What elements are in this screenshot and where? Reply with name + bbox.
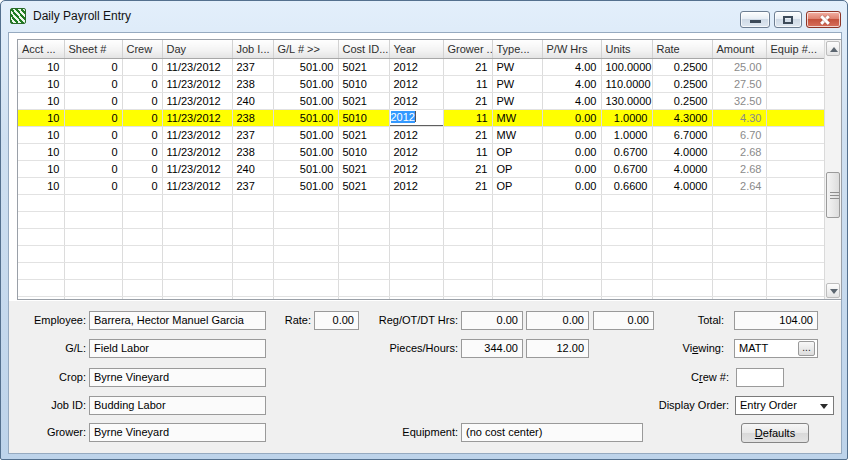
grid-cell[interactable]: 4.0000	[652, 177, 712, 194]
grid-cell[interactable]: 237	[232, 58, 273, 75]
grid-cell[interactable]: MW	[492, 109, 542, 126]
grid-cell[interactable]: 0	[122, 58, 162, 75]
grid-cell[interactable]: 240	[232, 160, 273, 177]
grower-field[interactable]: Byrne Vineyard	[89, 423, 266, 442]
grid-cell[interactable]: 4.00	[542, 75, 601, 92]
grid-cell[interactable]: 501.00	[273, 160, 338, 177]
grid-cell[interactable]: 240	[232, 92, 273, 109]
grid-cell[interactable]: 0	[64, 92, 122, 109]
reg-hrs-field[interactable]: 0.00	[461, 311, 523, 330]
grid-cell[interactable]	[766, 75, 824, 92]
maximize-button[interactable]	[774, 11, 802, 28]
grid-cell[interactable]: MW	[492, 126, 542, 143]
grid-cell[interactable]: 32.50	[712, 92, 766, 109]
grid-cell[interactable]: 0.00	[542, 109, 601, 126]
grid-cell[interactable]: 5021	[338, 177, 389, 194]
minimize-button[interactable]	[740, 11, 770, 28]
pieces-field[interactable]: 344.00	[461, 339, 523, 358]
grid-cell[interactable]: 501.00	[273, 75, 338, 92]
grid-cell[interactable]: 10	[18, 75, 64, 92]
grid-row[interactable]: 100011/23/2012237501.005021201221OP0.000…	[18, 177, 824, 194]
grid-cell[interactable]: 0	[64, 126, 122, 143]
grid-cell[interactable]: 501.00	[273, 109, 338, 126]
grid-cell[interactable]: 0	[64, 75, 122, 92]
grid-row[interactable]: 100011/23/2012238501.005010201211PW4.001…	[18, 75, 824, 92]
grid-cell[interactable]: 6.70	[712, 126, 766, 143]
column-header-11[interactable]: Units	[601, 40, 652, 58]
grid-cell[interactable]: 27.50	[712, 75, 766, 92]
grid-cell[interactable]: 2.64	[712, 177, 766, 194]
crew-number-field[interactable]	[736, 368, 784, 387]
grid-cell[interactable]: 25.00	[712, 58, 766, 75]
column-header-1[interactable]: Sheet #	[64, 40, 122, 58]
column-header-2[interactable]: Crew	[122, 40, 162, 58]
grid-cell[interactable]: 1.0000	[601, 109, 652, 126]
grid-cell[interactable]: 100.0000	[601, 58, 652, 75]
grid-cell[interactable]: 0	[64, 177, 122, 194]
grid-cell[interactable]: 501.00	[273, 177, 338, 194]
total-field[interactable]: 104.00	[734, 311, 818, 330]
grid-row[interactable]: 100011/23/2012237501.005021201221PW4.001…	[18, 58, 824, 75]
grid-cell[interactable]	[766, 58, 824, 75]
dt-hrs-field[interactable]: 0.00	[593, 311, 654, 330]
rate-field[interactable]: 0.00	[314, 311, 359, 330]
grid-row[interactable]: 100011/23/2012240501.005021201221PW4.001…	[18, 92, 824, 109]
grid-cell[interactable]: 11/23/2012	[162, 92, 232, 109]
grid-cell[interactable]: 0	[122, 126, 162, 143]
grid-cell[interactable]: 11/23/2012	[162, 177, 232, 194]
grid-cell[interactable]: 5010	[338, 109, 389, 126]
defaults-button[interactable]: Defaults	[741, 423, 809, 443]
grid-cell[interactable]: 10	[18, 126, 64, 143]
grid-cell[interactable]: 10	[18, 160, 64, 177]
scroll-down-button[interactable]	[826, 283, 840, 298]
grid-cell[interactable]: 501.00	[273, 92, 338, 109]
grid-cell[interactable]: 11	[443, 143, 492, 160]
grid-cell[interactable]: 0	[122, 75, 162, 92]
grid-cell[interactable]: 0.2500	[652, 58, 712, 75]
column-header-10[interactable]: P/W Hrs	[542, 40, 601, 58]
grid-cell[interactable]	[766, 109, 824, 126]
title-bar[interactable]: Daily Payroll Entry	[1, 1, 847, 32]
grid-cell[interactable]: 21	[443, 58, 492, 75]
grid-cell[interactable]: 501.00	[273, 58, 338, 75]
employee-field[interactable]: Barrera, Hector Manuel Garcia	[89, 311, 266, 330]
column-header-12[interactable]: Rate	[652, 40, 712, 58]
grid-cell[interactable]: 21	[443, 177, 492, 194]
grid-cell[interactable]: 5021	[338, 92, 389, 109]
grid-cell[interactable]: 11/23/2012	[162, 109, 232, 126]
grid-cell[interactable]: 0.6700	[601, 143, 652, 160]
grid-cell[interactable]: 110.0000	[601, 75, 652, 92]
grid-cell[interactable]: 10	[18, 177, 64, 194]
grid-cell[interactable]: 238	[232, 109, 273, 126]
grid-cell[interactable]	[766, 92, 824, 109]
grid-cell[interactable]: 4.00	[542, 92, 601, 109]
grid-row[interactable]: 100011/23/2012238501.005010201211MW0.001…	[18, 109, 824, 126]
scroll-up-button[interactable]	[826, 41, 840, 56]
grid-cell[interactable]: 4.0000	[652, 160, 712, 177]
grid-cell[interactable]: 11	[443, 109, 492, 126]
grid-cell[interactable]: 2012	[389, 143, 443, 160]
column-header-6[interactable]: Cost ID...	[338, 40, 389, 58]
grid-cell[interactable]: 11/23/2012	[162, 143, 232, 160]
grid-cell[interactable]: 0.00	[542, 177, 601, 194]
equipment-field[interactable]: (no cost center)	[461, 423, 643, 442]
grid-cell[interactable]: 5010	[338, 143, 389, 160]
hours-field[interactable]: 12.00	[526, 339, 589, 358]
grid-cell[interactable]: 0	[64, 143, 122, 160]
job-id-field[interactable]: Budding Labor	[89, 396, 266, 415]
column-header-8[interactable]: Grower ...	[443, 40, 492, 58]
grid-cell[interactable]: 5021	[338, 58, 389, 75]
column-header-4[interactable]: Job I...	[232, 40, 273, 58]
column-header-5[interactable]: G/L # >>	[273, 40, 338, 58]
column-header-0[interactable]: Acct ...	[18, 40, 64, 58]
grid-cell[interactable]	[766, 177, 824, 194]
viewing-browse-button[interactable]: ...	[798, 341, 815, 356]
grid-cell[interactable]: 2.68	[712, 160, 766, 177]
grid-cell[interactable]: 4.0000	[652, 143, 712, 160]
grid-cell[interactable]: 11/23/2012	[162, 126, 232, 143]
column-header-9[interactable]: Type...	[492, 40, 542, 58]
grid-cell[interactable]: 1.0000	[601, 126, 652, 143]
grid-cell[interactable]: 21	[443, 92, 492, 109]
grid-cell[interactable]: 11/23/2012	[162, 160, 232, 177]
grid-cell[interactable]: 2012	[389, 92, 443, 109]
